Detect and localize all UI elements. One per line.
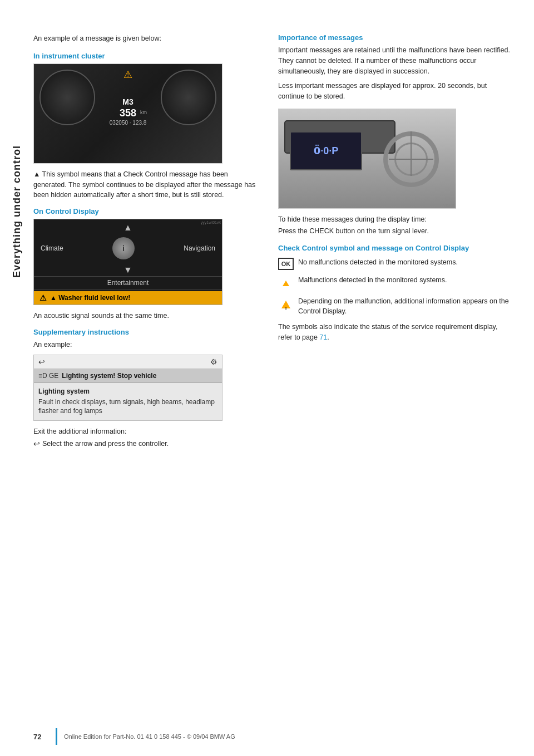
cluster-speed-unit: km: [140, 110, 147, 115]
check-control-section: OK No malfunctions detected in the monit…: [278, 258, 512, 316]
hide-messages-text: To hide these messages during the displa…: [278, 214, 512, 225]
cc-item-ok: OK No malfunctions detected in the monit…: [278, 258, 512, 270]
right-column: Importance of messages Important message…: [273, 33, 512, 448]
supplementary-example-text: An example:: [33, 340, 261, 350]
instrument-cluster-image: ⚠ M3 358 km 032050 · 123.8: [33, 63, 222, 164]
supp-header-icon: ≡D GE: [38, 372, 58, 380]
left-gauge: [39, 70, 95, 125]
cd-navigation-item: Navigation: [184, 244, 215, 252]
supp-body: Lighting system Fault in check displays,…: [34, 383, 222, 421]
footer-divider: [56, 728, 57, 745]
cc-item-triangle-excl: ! Depending on the malfunction, addition…: [278, 297, 512, 316]
left-column: An example of a message is given below: …: [33, 33, 273, 448]
steering-wheel: [383, 131, 439, 187]
cc-ok-text: No malfunctions detected in the monitore…: [298, 258, 512, 268]
section-importance-title: Importance of messages: [278, 33, 512, 42]
cc-triangle-text: Malfunctions detected in the monitored s…: [298, 276, 512, 286]
symbol-description: ▲ This symbol means that a Check Control…: [33, 169, 261, 200]
importance-para1: Important messages are retained until th…: [278, 45, 512, 76]
cd-warning-text: ▲ Washer fluid level low!: [50, 294, 130, 302]
cd-center-icon: i: [112, 237, 135, 259]
display-mock-content: 0̈·0·P: [314, 145, 339, 157]
triangle-symbol: [283, 281, 289, 286]
cd-entertainment-item: Entertainment: [107, 279, 149, 287]
cluster-m3-label: M3: [122, 97, 133, 106]
right-gauge: [161, 70, 216, 125]
check-button-text: Press the CHECK button on the turn signa…: [278, 226, 512, 237]
cd-climate-item: Climate: [41, 244, 63, 252]
supp-top-bar: ↩ ⚙: [34, 355, 222, 369]
cluster-warning-icon: ⚠: [123, 68, 132, 81]
section-control-display-title: On Control Display: [33, 207, 261, 215]
supp-settings-icon: ⚙: [210, 357, 217, 366]
vehicle-interior-image: 0̈·0·P VISiaz: [278, 109, 456, 209]
cc-triangle-excl-text: Depending on the malfunction, additional…: [298, 297, 512, 316]
right-image-label: VISiaz: [443, 203, 454, 207]
sidebar-label: Everything under control: [0, 45, 33, 379]
control-display-image: yyy1wt01wt ▲ Climate i Navigation: [33, 219, 222, 305]
acoustic-text: An acoustic signal sounds at the same ti…: [33, 311, 261, 321]
intro-text: An example of a message is given below:: [33, 33, 261, 44]
page-link[interactable]: 71: [319, 333, 327, 341]
symbols-reference-text: The symbols also indicate the status of …: [278, 322, 512, 343]
supp-body-text: Fault in check displays, turn signals, h…: [38, 397, 217, 416]
supp-back-icon: ↩: [38, 357, 45, 366]
cluster-odometer: 032050 · 123.8: [110, 120, 147, 126]
section-supplementary-title: Supplementary instructions: [33, 328, 261, 336]
footer-text: Online Edition for Part-No. 01 41 0 158 …: [64, 733, 235, 740]
supp-header-text: Lighting system! Stop vehicle: [62, 372, 156, 380]
cluster-speed-value: 358: [120, 107, 136, 119]
dashboard-display: 0̈·0·P: [290, 131, 362, 170]
back-arrow-icon: ↩: [33, 439, 40, 448]
triangle-icon: [278, 276, 294, 291]
cd-menu-row: Climate i Navigation: [34, 233, 222, 264]
exit-text: Exit the additional information:: [33, 426, 261, 437]
section-check-control-title: Check Control symbol and message on Cont…: [278, 244, 512, 252]
supp-header-row: ≡D GE Lighting system! Stop vehicle: [34, 369, 222, 383]
page-footer: 72 Online Edition for Part-No. 01 41 0 1…: [33, 728, 534, 745]
ok-icon: OK: [278, 258, 294, 270]
supplementary-box: ↩ ⚙ ≡D GE Lighting system! Stop vehicle …: [33, 355, 222, 421]
arrow-select-row: ↩ Select the arrow and press the control…: [33, 439, 261, 448]
importance-para2: Less important messages are displayed fo…: [278, 81, 512, 102]
page-number: 72: [33, 733, 56, 741]
triangle-excl-icon: !: [278, 297, 294, 312]
cd-warning-bar: ⚠ ▲ Washer fluid level low!: [34, 291, 222, 305]
section-instrument-title: In instrument cluster: [33, 52, 261, 60]
supp-body-title: Lighting system: [38, 387, 217, 395]
cc-item-triangle: Malfunctions detected in the monitored s…: [278, 276, 512, 291]
select-text: Select the arrow and press the controlle…: [42, 440, 169, 448]
